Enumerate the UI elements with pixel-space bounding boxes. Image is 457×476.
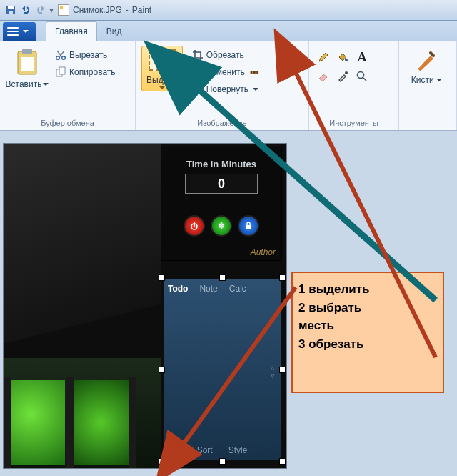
save-icon[interactable] [4,4,17,16]
chevron-down-icon [159,86,165,89]
paste-button[interactable]: Вставить [6,44,49,89]
tab-view[interactable]: Вид [97,21,131,41]
timer-widget: Time in Minutes 0 ✽ Author [161,147,282,261]
pencil-tool[interactable] [315,49,332,66]
crop-icon [192,49,204,61]
photo-content [4,144,161,468]
scissors-icon [55,49,66,61]
group-clipboard-title: Буфер обмена [6,119,129,129]
lock-icon [238,215,259,237]
author-label: Author [251,247,276,257]
note-tab-todo: Todo [168,284,188,294]
window-title: Снимок.JPG - Paint [58,4,151,16]
copy-button[interactable]: Копировать [53,64,118,80]
group-image-title: Изображение [141,119,303,129]
crop-button[interactable]: Обрезать [190,47,261,63]
svg-rect-16 [194,222,195,227]
svg-point-12 [345,59,348,61]
scroll-arrows-icon: ▵▿ [271,364,275,380]
note-style: Style [228,445,248,455]
svg-rect-9 [59,67,65,74]
note-sort: Sort [197,445,213,455]
tab-home-label: Главная [55,26,88,36]
selection-box[interactable]: Todo Note Calc ▵▿ Sort Style [161,277,283,462]
cut-button[interactable]: Вырезать [53,47,118,63]
svg-rect-5 [21,57,34,71]
clipboard-icon [15,47,39,77]
resize-button[interactable]: Изменить ▪▪▪ [190,64,261,80]
chevron-down-icon [253,88,258,91]
crop-label: Обрезать [206,50,244,60]
color-picker-tool[interactable] [334,68,351,85]
menu-icon [7,27,19,36]
annotation-line2: 2 выбрать [298,299,436,317]
note-tab-calc: Calc [229,284,246,294]
text-tool[interactable]: A [353,49,371,66]
svg-rect-1 [8,6,14,9]
timer-title: Time in Minutes [161,159,281,169]
cut-label: Вырезать [69,50,107,60]
annotation-line4: 3 обрезать [298,335,436,354]
svg-rect-4 [22,49,32,54]
title-appname: Paint [132,5,151,15]
tab-view-label: Вид [106,26,122,36]
chevron-down-icon [23,30,29,33]
rotate-button[interactable]: Повернуть [190,81,261,97]
quick-access-toolbar: ▾ [4,4,54,16]
paste-label: Вставить [6,79,42,89]
group-tools-title: Инструменты [315,119,393,129]
select-label: Выдели [146,75,178,85]
brushes-button[interactable]: Кисти [405,44,448,85]
ribbon: Вставить Вырезать Копировать Буфер обмен… [0,41,457,131]
power-icon [184,215,205,237]
svg-rect-2 [9,11,13,14]
magnifier-tool[interactable] [353,68,371,85]
canvas[interactable]: Time in Minutes 0 ✽ Author Todo Note Cal… [3,143,287,469]
rotate-icon [192,84,204,95]
title-bar: ▾ Снимок.JPG - Paint [0,0,457,21]
undo-icon[interactable] [19,4,32,16]
timer-value: 0 [185,174,258,194]
document-icon [58,4,69,16]
svg-point-14 [357,72,363,79]
star-icon: ✽ [211,215,232,237]
select-button[interactable]: Выдели [141,46,183,91]
fill-tool[interactable] [334,49,351,66]
eraser-tool[interactable] [315,68,332,85]
annotation-box: 1 выделить 2 выбрать месть 3 обрезать [291,272,444,393]
title-filename: Снимок.JPG [73,5,122,15]
svg-point-13 [345,71,348,74]
copy-icon [55,66,66,78]
rotate-label: Повернуть [206,84,248,94]
brushes-label: Кисти [411,75,434,85]
annotation-line3: месть [298,317,436,335]
note-tab-note: Note [199,284,217,294]
chevron-down-icon [436,79,442,81]
tab-home[interactable]: Главная [46,21,97,41]
copy-label: Копировать [69,67,116,77]
note-widget: Todo Note Calc ▵▿ Sort Style [164,279,281,460]
selection-rect-icon [149,49,176,71]
resize-label: Изменить [206,67,245,77]
redo-icon[interactable] [34,4,47,16]
file-menu-button[interactable] [3,22,36,41]
brush-icon [413,47,439,73]
chevron-down-icon [43,83,49,86]
svg-rect-17 [246,225,251,229]
annotation-line1: 1 выделить [298,280,436,299]
resize-icon [192,66,204,78]
